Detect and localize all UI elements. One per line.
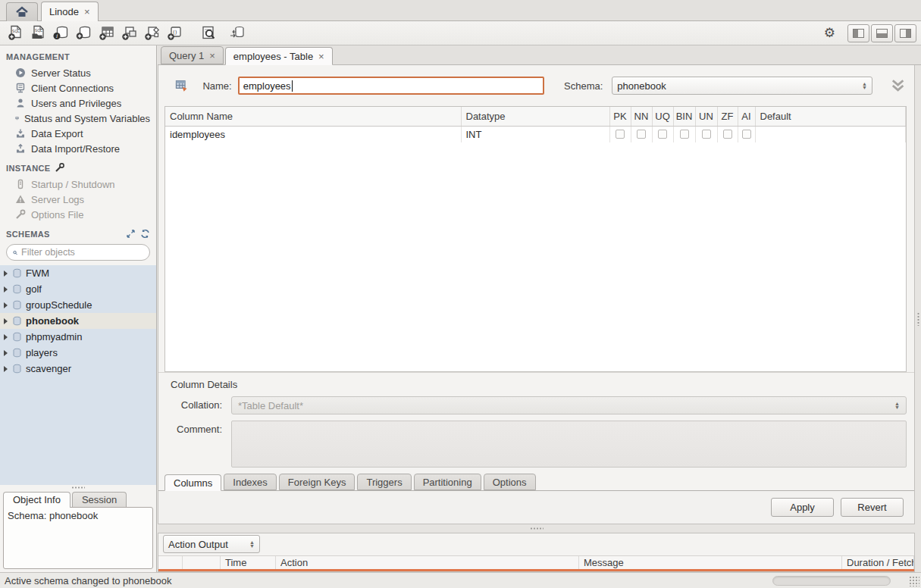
schema-select[interactable]: phonebook ▲▼ <box>612 77 872 95</box>
schema-node-golf[interactable]: golf <box>0 281 156 297</box>
create-function-icon[interactable]: () <box>164 23 186 43</box>
create-routine-icon[interactable] <box>141 23 164 43</box>
comment-textarea[interactable] <box>231 421 907 468</box>
expander-icon[interactable] <box>4 318 8 324</box>
tab-session[interactable]: Session <box>72 492 127 508</box>
cell-zf[interactable] <box>717 126 738 142</box>
cell-un[interactable] <box>695 126 717 142</box>
schema-node-phonebook[interactable]: phonebook <box>0 313 156 329</box>
right-splitter[interactable] <box>915 65 921 572</box>
uq-checkbox[interactable] <box>658 130 667 139</box>
schema-node-fwm[interactable]: FWM <box>0 265 156 281</box>
sidebar-item-server-status[interactable]: Server Status <box>6 65 150 80</box>
schema-node-scavenger[interactable]: scavenger <box>0 361 156 377</box>
settings-gear-icon[interactable]: ⚙ <box>824 25 835 41</box>
output-splitter[interactable] <box>158 524 915 533</box>
refresh-icon[interactable] <box>140 229 150 239</box>
tab-object-info[interactable]: Object Info <box>3 492 70 508</box>
sidebar-splitter[interactable] <box>0 485 156 490</box>
cell-uq[interactable] <box>652 126 673 142</box>
schema-node-phpmyadmin[interactable]: phpmyadmin <box>0 329 156 345</box>
ai-checkbox[interactable] <box>742 130 751 139</box>
col-header-column-name[interactable]: Column Name <box>165 107 461 126</box>
subtab-triggers[interactable]: Triggers <box>357 474 411 490</box>
tab-employees-table[interactable]: employees - Table × <box>225 47 333 65</box>
expander-icon[interactable] <box>4 271 8 277</box>
pk-checkbox[interactable] <box>616 130 625 139</box>
schema-node-groupschedule[interactable]: groupSchedule <box>0 297 156 313</box>
output-col-duration-fetch[interactable]: Duration / Fetch <box>842 556 914 569</box>
connection-tab[interactable]: Linode × <box>41 2 99 21</box>
cell-column-name[interactable]: idemployees <box>165 126 461 142</box>
cell-bin[interactable] <box>673 126 695 142</box>
col-header-pk[interactable]: PK <box>609 107 631 126</box>
expander-icon[interactable] <box>4 366 8 372</box>
zf-checkbox[interactable] <box>723 130 732 139</box>
expander-icon[interactable] <box>4 350 8 356</box>
cell-nn[interactable] <box>631 126 652 142</box>
new-sql-tab-icon[interactable]: SQL <box>5 23 27 43</box>
tab-query-1[interactable]: Query 1 × <box>161 46 224 64</box>
col-header-ai[interactable]: AI <box>738 107 755 126</box>
output-col-message[interactable]: Message <box>579 556 842 569</box>
sidebar-item-status-system-variables[interactable]: Status and System Variables <box>6 111 150 126</box>
output-col-blank2[interactable] <box>183 556 221 569</box>
apply-button[interactable]: Apply <box>771 498 834 517</box>
inspect-database-icon[interactable]: i <box>50 23 73 43</box>
reconnect-dbms-icon[interactable] <box>226 23 249 43</box>
output-col-action[interactable]: Action <box>276 556 579 569</box>
sidebar-item-startup-shutdown[interactable]: Startup / Shutdown <box>6 177 150 192</box>
home-tab[interactable] <box>6 2 38 21</box>
nn-checkbox[interactable] <box>637 130 646 139</box>
create-table-icon[interactable] <box>96 23 118 43</box>
col-header-bin[interactable]: BIN <box>673 107 695 126</box>
cell-datatype[interactable]: INT <box>461 126 609 142</box>
close-icon[interactable]: × <box>318 51 324 62</box>
subtab-indexes[interactable]: Indexes <box>224 474 277 490</box>
bin-checkbox[interactable] <box>680 130 689 139</box>
output-type-select[interactable]: Action Output ▲▼ <box>163 535 260 553</box>
subtab-partitioning[interactable]: Partitioning <box>414 474 481 490</box>
col-header-un[interactable]: UN <box>695 107 717 126</box>
cell-pk[interactable] <box>609 126 631 142</box>
subtab-columns[interactable]: Columns <box>164 474 221 491</box>
expander-icon[interactable] <box>4 302 8 308</box>
table-row[interactable]: idemployees INT <box>165 126 906 142</box>
toggle-left-panel-button[interactable] <box>847 24 869 42</box>
toggle-right-panel-button[interactable] <box>894 24 916 42</box>
expander-icon[interactable] <box>4 286 8 292</box>
table-name-input[interactable]: employees <box>238 77 544 95</box>
col-header-zf[interactable]: ZF <box>717 107 738 126</box>
col-header-datatype[interactable]: Datatype <box>461 107 609 126</box>
output-col-time[interactable]: Time <box>221 556 276 569</box>
filter-objects-input[interactable] <box>21 247 143 258</box>
output-col-blank1[interactable] <box>158 556 183 569</box>
close-icon[interactable]: × <box>84 6 90 17</box>
search-table-data-icon[interactable] <box>197 23 220 43</box>
toggle-bottom-panel-button[interactable] <box>871 24 893 42</box>
expander-icon[interactable] <box>4 334 8 340</box>
sidebar-item-data-import[interactable]: Data Import/Restore <box>6 141 150 156</box>
sidebar-item-server-logs[interactable]: Server Logs <box>6 192 150 207</box>
un-checkbox[interactable] <box>702 130 711 139</box>
sidebar-item-users-privileges[interactable]: Users and Privileges <box>6 95 150 111</box>
sidebar-item-data-export[interactable]: Data Export <box>6 126 150 141</box>
collation-select[interactable]: *Table Default* ▲▼ <box>231 396 907 414</box>
expand-panel-icon[interactable] <box>126 229 136 239</box>
col-header-nn[interactable]: NN <box>631 107 652 126</box>
sidebar-item-client-connections[interactable]: Client Connections <box>6 80 150 95</box>
create-schema-icon[interactable] <box>73 23 96 43</box>
schema-node-players[interactable]: players <box>0 345 156 361</box>
cell-ai[interactable] <box>738 126 755 142</box>
revert-button[interactable]: Revert <box>841 498 904 517</box>
window-resize-grip[interactable] <box>909 576 919 586</box>
cell-default[interactable] <box>755 126 906 142</box>
expand-header-chevron-icon[interactable] <box>889 77 907 94</box>
subtab-options[interactable]: Options <box>484 474 536 490</box>
create-view-icon[interactable] <box>118 23 141 43</box>
open-sql-script-icon[interactable]: SQL <box>27 23 50 43</box>
subtab-foreign-keys[interactable]: Foreign Keys <box>279 474 356 490</box>
col-header-default[interactable]: Default <box>755 107 906 126</box>
col-header-uq[interactable]: UQ <box>652 107 673 126</box>
sidebar-item-options-file[interactable]: Options File <box>6 207 150 222</box>
